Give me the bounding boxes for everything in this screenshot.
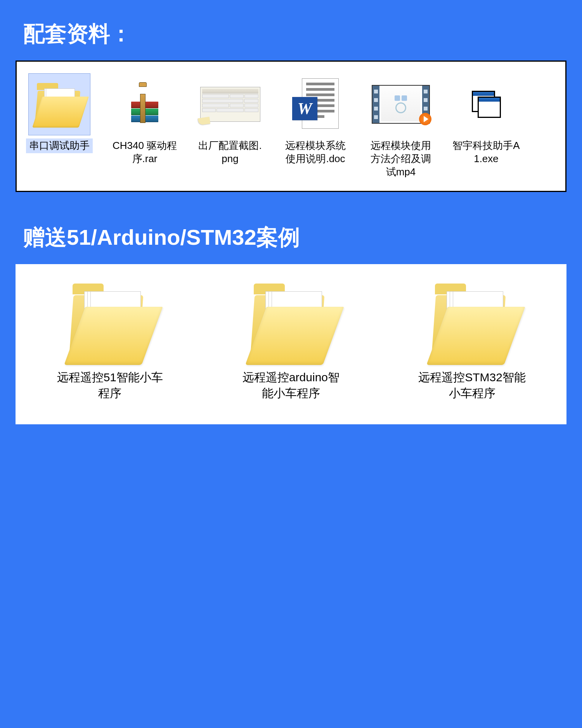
file-label: 智宇科技助手A1.exe xyxy=(449,138,523,166)
file-label: 出厂配置截图.png xyxy=(193,138,267,166)
file-label: 远程遥控arduino智能小车程序 xyxy=(237,370,345,401)
video-icon xyxy=(370,73,432,135)
folder-icon xyxy=(63,276,156,365)
file-label: 远程遥控STM32智能小车程序 xyxy=(418,370,527,401)
file-grid: 串口调试助手 CH340 驱动程序.rar xyxy=(21,69,561,183)
image-icon xyxy=(199,73,261,135)
file-label: 远程遥控51智能小车程序 xyxy=(55,370,164,401)
folder-icon xyxy=(28,73,90,135)
section-title-examples: 赠送51/Arduino/STM32案例 xyxy=(0,204,582,264)
file-item-folder[interactable]: 远程遥控arduino智能小车程序 xyxy=(237,276,345,401)
file-panel-examples: 远程遥控51智能小车程序 远程遥控arduino智能小车程序 远程遥控STM32… xyxy=(16,264,566,424)
file-item-folder[interactable]: 串口调试助手 xyxy=(21,69,98,183)
application-icon xyxy=(455,73,517,135)
file-item-png[interactable]: 出厂配置截图.png xyxy=(191,69,269,183)
file-item-doc[interactable]: W 远程模块系统使用说明.doc xyxy=(277,69,354,183)
folder-icon xyxy=(244,276,338,365)
file-item-folder[interactable]: 远程遥控51智能小车程序 xyxy=(55,276,164,401)
folder-icon xyxy=(426,276,519,365)
archive-icon xyxy=(114,73,176,135)
file-label: CH340 驱动程序.rar xyxy=(108,138,182,166)
file-label: 远程模块系统使用说明.doc xyxy=(279,138,352,166)
file-label: 串口调试助手 xyxy=(26,138,93,153)
file-item-exe[interactable]: 智宇科技助手A1.exe xyxy=(447,69,525,183)
file-grid: 远程遥控51智能小车程序 远程遥控arduino智能小车程序 远程遥控STM32… xyxy=(23,276,559,401)
file-label: 远程模块使用方法介绍及调试mp4 xyxy=(364,138,438,179)
word-doc-icon: W xyxy=(284,73,346,135)
section-title-materials: 配套资料： xyxy=(0,0,582,61)
file-panel-materials: 串口调试助手 CH340 驱动程序.rar xyxy=(16,61,566,192)
file-item-video[interactable]: 远程模块使用方法介绍及调试mp4 xyxy=(362,69,440,183)
file-item-folder[interactable]: 远程遥控STM32智能小车程序 xyxy=(418,276,527,401)
file-item-rar[interactable]: CH340 驱动程序.rar xyxy=(106,69,184,183)
